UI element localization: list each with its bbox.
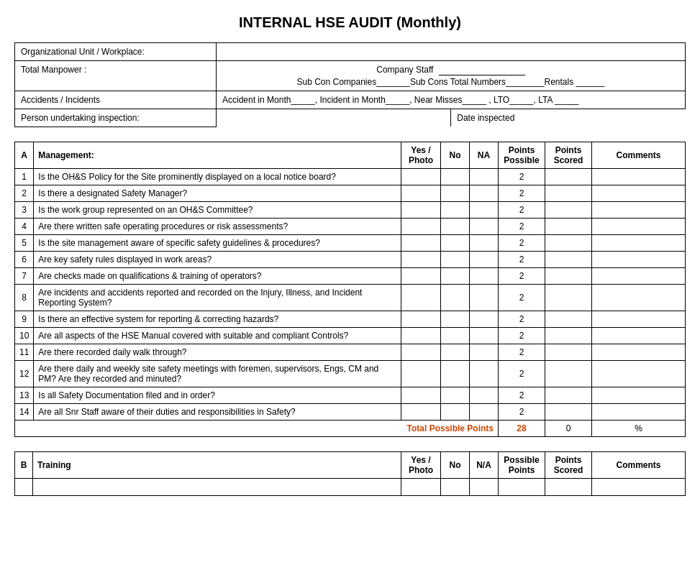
row-pts-possible: 2 — [499, 344, 545, 361]
row-no[interactable] — [441, 285, 470, 311]
row-pts-scored[interactable] — [545, 311, 592, 328]
row-no[interactable] — [441, 185, 470, 202]
row-yes-photo[interactable] — [401, 387, 441, 404]
row-na[interactable] — [470, 328, 499, 344]
accidents-detail: Accident in Month_____, Incident in Mont… — [217, 91, 686, 109]
row-yes-photo[interactable] — [401, 185, 441, 202]
row-number: 5 — [15, 235, 34, 252]
row-na[interactable] — [470, 268, 499, 285]
row-yes-photo[interactable] — [401, 361, 441, 387]
row-no[interactable] — [441, 387, 470, 404]
table-row: 8 Are incidents and accidents reported a… — [15, 285, 686, 311]
row-pts-scored[interactable] — [545, 404, 592, 421]
row-pts-possible: 2 — [499, 311, 545, 328]
row-no[interactable] — [441, 268, 470, 285]
row-pts-scored[interactable] — [545, 235, 592, 252]
row-pts-possible: 2 — [499, 328, 545, 344]
row-no[interactable] — [441, 311, 470, 328]
row-pts-scored[interactable] — [545, 169, 592, 185]
section-a-label: A — [15, 142, 34, 169]
table-row: 10 Are all aspects of the HSE Manual cov… — [15, 328, 686, 344]
row-na[interactable] — [470, 219, 499, 235]
date-section: Date inspected — [451, 109, 686, 127]
table-row[interactable] — [470, 479, 499, 496]
row-na[interactable] — [470, 311, 499, 328]
org-unit-value[interactable] — [217, 43, 686, 61]
row-yes-photo[interactable] — [401, 344, 441, 361]
row-number: 11 — [15, 344, 34, 361]
row-comments[interactable] — [592, 219, 686, 235]
row-pts-scored[interactable] — [545, 387, 592, 404]
col-na-header: NA — [470, 142, 499, 169]
row-comments[interactable] — [592, 252, 686, 268]
row-no[interactable] — [441, 404, 470, 421]
row-yes-photo[interactable] — [401, 328, 441, 344]
row-comments[interactable] — [592, 235, 686, 252]
row-number: 4 — [15, 219, 34, 235]
row-yes-photo[interactable] — [401, 311, 441, 328]
table-row: 1 Is the OH&S Policy for the Site promin… — [15, 169, 686, 185]
row-pts-scored[interactable] — [545, 344, 592, 361]
row-na[interactable] — [470, 404, 499, 421]
row-pts-possible: 2 — [499, 185, 545, 202]
row-pts-scored[interactable] — [545, 202, 592, 219]
row-question: Are key safety rules displayed in work a… — [34, 252, 401, 268]
row-yes-photo[interactable] — [401, 252, 441, 268]
row-yes-photo[interactable] — [401, 235, 441, 252]
row-pts-scored[interactable] — [545, 185, 592, 202]
page-title: INTERNAL HSE AUDIT (Monthly) — [14, 14, 686, 31]
row-na[interactable] — [470, 169, 499, 185]
table-row — [15, 479, 33, 496]
row-no[interactable] — [441, 361, 470, 387]
row-na[interactable] — [470, 252, 499, 268]
row-comments[interactable] — [592, 344, 686, 361]
row-na[interactable] — [470, 361, 499, 387]
row-no[interactable] — [441, 344, 470, 361]
row-yes-photo[interactable] — [401, 268, 441, 285]
table-row[interactable] — [592, 479, 686, 496]
row-pts-scored[interactable] — [545, 252, 592, 268]
row-comments[interactable] — [592, 268, 686, 285]
table-row[interactable] — [545, 479, 592, 496]
table-row[interactable] — [441, 479, 470, 496]
row-comments[interactable] — [592, 202, 686, 219]
row-no[interactable] — [441, 169, 470, 185]
row-na[interactable] — [470, 387, 499, 404]
person-value[interactable] — [217, 109, 451, 127]
row-yes-photo[interactable] — [401, 169, 441, 185]
row-question: Are all Snr Staff aware of their duties … — [34, 404, 401, 421]
row-na[interactable] — [470, 202, 499, 219]
row-yes-photo[interactable] — [401, 285, 441, 311]
row-no[interactable] — [441, 328, 470, 344]
row-comments[interactable] — [592, 328, 686, 344]
row-question: Is the OH&S Policy for the Site prominen… — [34, 169, 401, 185]
row-yes-photo[interactable] — [401, 404, 441, 421]
row-no[interactable] — [441, 219, 470, 235]
row-comments[interactable] — [592, 361, 686, 387]
row-comments[interactable] — [592, 169, 686, 185]
row-na[interactable] — [470, 185, 499, 202]
row-yes-photo[interactable] — [401, 202, 441, 219]
row-comments[interactable] — [592, 185, 686, 202]
row-na[interactable] — [470, 344, 499, 361]
row-pts-scored[interactable] — [545, 285, 592, 311]
row-no[interactable] — [441, 252, 470, 268]
col-comments-header: Comments — [592, 142, 686, 169]
row-comments[interactable] — [592, 404, 686, 421]
row-no[interactable] — [441, 202, 470, 219]
row-na[interactable] — [470, 285, 499, 311]
table-row[interactable] — [401, 479, 441, 496]
row-pts-scored[interactable] — [545, 361, 592, 387]
row-comments[interactable] — [592, 285, 686, 311]
row-na[interactable] — [470, 235, 499, 252]
row-yes-photo[interactable] — [401, 219, 441, 235]
row-comments[interactable] — [592, 311, 686, 328]
row-comments[interactable] — [592, 387, 686, 404]
row-pts-scored[interactable] — [545, 219, 592, 235]
row-no[interactable] — [441, 235, 470, 252]
table-row: 7 Are checks made on qualifications & tr… — [15, 268, 686, 285]
row-pts-scored[interactable] — [545, 268, 592, 285]
row-question: Is there a designated Safety Manager? — [34, 185, 401, 202]
row-pts-scored[interactable] — [545, 328, 592, 344]
table-row: 2 Is there a designated Safety Manager? … — [15, 185, 686, 202]
